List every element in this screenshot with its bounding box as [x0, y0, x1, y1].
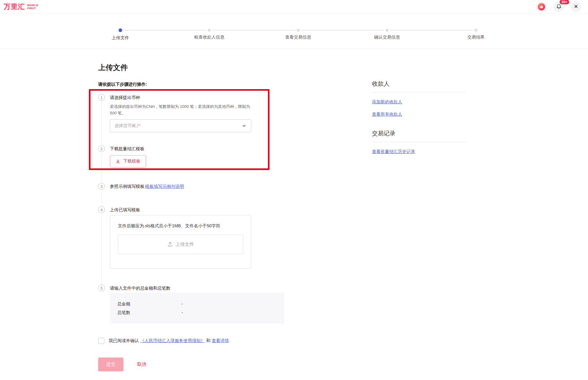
view-details-link[interactable]: 查看详情 — [212, 338, 229, 343]
step-3-number: 3 — [98, 183, 105, 190]
step-2: 2 下载批量结汇模板 下载模板 — [98, 145, 290, 183]
right-sidebar: 收款人 添加新的收款人 查看所有收款人 交易记录 查看批量结汇历史记录 — [372, 49, 466, 155]
step-connector — [102, 153, 102, 184]
step-transaction-result: 交易结果 — [432, 28, 520, 41]
step-1-description: 若选择的提出币种为CNH，笔数限制为 1000 笔；若选择的为其他币种，限制为 … — [110, 103, 251, 116]
agreement-row: 我已阅读并确认 《人民币结汇入境服务使用须知》 和 查看详情 — [98, 338, 290, 344]
form-actions: 提交 取消 — [98, 357, 290, 371]
total-count-label: 总笔数 — [117, 309, 181, 316]
upload-icon — [167, 242, 173, 247]
feedback-button[interactable] — [536, 2, 547, 12]
step-confirm-transactions: 确认交易信息 — [343, 28, 432, 41]
download-icon — [115, 159, 120, 164]
total-amount-value: - — [181, 301, 183, 307]
step-connector — [102, 191, 102, 207]
totals-panel: 总金额 - 总笔数 - — [110, 293, 284, 324]
view-all-payees-link[interactable]: 查看所有收款人 — [372, 112, 466, 117]
header-actions: 10+ ✕ — [536, 2, 581, 12]
step-connector — [102, 102, 102, 146]
upload-dropzone[interactable]: 上传文件 — [118, 234, 243, 254]
close-button[interactable]: ✕ — [571, 2, 581, 12]
batch-settlement-history-link[interactable]: 查看批量结汇历史记录 — [372, 149, 466, 155]
page-body: 上传文件 请依据以下步骤进行操作: 1 请选择提出币种 若选择的提出币种为CNH… — [0, 49, 588, 371]
template-example-link[interactable]: 模板填写示例与说明 — [145, 184, 184, 189]
step-4-number: 4 — [98, 206, 105, 213]
submit-button[interactable]: 提交 — [98, 357, 123, 371]
worldfirst-logo: 万里汇 WORLD FIRST — [4, 2, 39, 11]
transaction-records-section: 交易记录 查看批量结汇历史记录 — [372, 130, 466, 155]
step-5-number: 5 — [98, 285, 105, 291]
inactive-step-dot — [208, 29, 211, 31]
download-template-button[interactable]: 下载模板 — [110, 155, 146, 167]
step-upload-file: 上传文件 — [76, 28, 165, 41]
cancel-button[interactable]: 取消 — [137, 361, 146, 367]
chevron-down-icon — [242, 123, 247, 128]
thumbs-up-icon — [538, 3, 545, 10]
step-check-payees: 检查收款人信息 — [165, 28, 254, 41]
close-icon: ✕ — [574, 4, 578, 9]
payees-section-title: 收款人 — [372, 80, 466, 93]
step-1-number: 1 — [98, 94, 105, 101]
progress-stepper: 上传文件 检查收款人信息 查看交易信息 确认交易信息 交易结果 — [76, 28, 520, 41]
add-new-payee-link[interactable]: 添加新的收款人 — [372, 99, 466, 105]
payees-section: 收款人 添加新的收款人 查看所有收款人 — [372, 80, 466, 117]
steps-intro: 请依据以下步骤进行操作: — [98, 81, 290, 87]
step-4-title: 上传已填写模板 — [110, 206, 290, 213]
total-amount-label: 总金额 — [117, 301, 181, 307]
notification-count-badge: 10+ — [559, 0, 570, 5]
stepper-wrap: 上传文件 检查收款人信息 查看交易信息 确认交易信息 交易结果 — [0, 14, 588, 49]
currency-account-select[interactable]: 选择货币账户 — [110, 119, 251, 132]
step-3-title: 参照示例填写模板 — [110, 184, 144, 189]
agreement-text: 我已阅读并确认 《人民币结汇入境服务使用须知》 和 查看详情 — [109, 338, 229, 344]
upload-file-hint: 文件后缀应为.xls格式且小于1MB、文件名小于50字符 — [118, 223, 243, 229]
step-1: 1 请选择提出币种 若选择的提出币种为CNH，笔数限制为 1000 笔；若选择的… — [98, 94, 290, 145]
inactive-step-dot — [297, 29, 299, 31]
logo-cn-text: 万里汇 — [4, 2, 25, 11]
main-content: 上传文件 请依据以下步骤进行操作: 1 请选择提出币种 若选择的提出币种为CNH… — [98, 49, 290, 371]
service-notice-link[interactable]: 《人民币结汇入境服务使用须知》 — [140, 338, 205, 343]
step-5-title: 请输入文件中的总金额和总笔数 — [110, 285, 290, 291]
step-1-title: 请选择提出币种 — [110, 94, 290, 101]
total-amount-row: 总金额 - — [117, 301, 277, 307]
step-4: 4 上传已填写模板 文件后缀应为.xls格式且小于1MB、文件名小于50字符 上… — [98, 206, 290, 285]
total-count-value: - — [181, 309, 183, 316]
select-placeholder: 选择货币账户 — [115, 123, 140, 129]
step-2-number: 2 — [98, 145, 105, 152]
agreement-checkbox[interactable] — [98, 338, 104, 344]
step-5: 5 请输入文件中的总金额和总笔数 总金额 - 总笔数 - — [98, 285, 290, 324]
active-step-dot — [119, 28, 122, 32]
step-3: 3 参照示例填写模板模板填写示例与说明 — [98, 183, 290, 206]
step-2-title: 下载批量结汇模板 — [110, 145, 290, 152]
inactive-step-dot — [386, 29, 388, 31]
step-connector — [102, 214, 102, 285]
total-count-row: 总笔数 - — [117, 309, 277, 316]
inactive-step-dot — [475, 29, 477, 31]
app-header: 万里汇 WORLD FIRST 10+ ✕ — [0, 0, 588, 14]
transaction-records-title: 交易记录 — [372, 130, 466, 142]
upload-panel: 文件后缀应为.xls格式且小于1MB、文件名小于50字符 上传文件 — [110, 215, 251, 269]
upload-dropzone-label: 上传文件 — [176, 242, 194, 247]
step-view-transactions: 查看交易信息 — [254, 28, 343, 41]
logo-en-text: WORLD FIRST — [27, 4, 39, 10]
notifications-button[interactable]: 10+ — [553, 2, 564, 12]
page-title: 上传文件 — [98, 63, 290, 72]
